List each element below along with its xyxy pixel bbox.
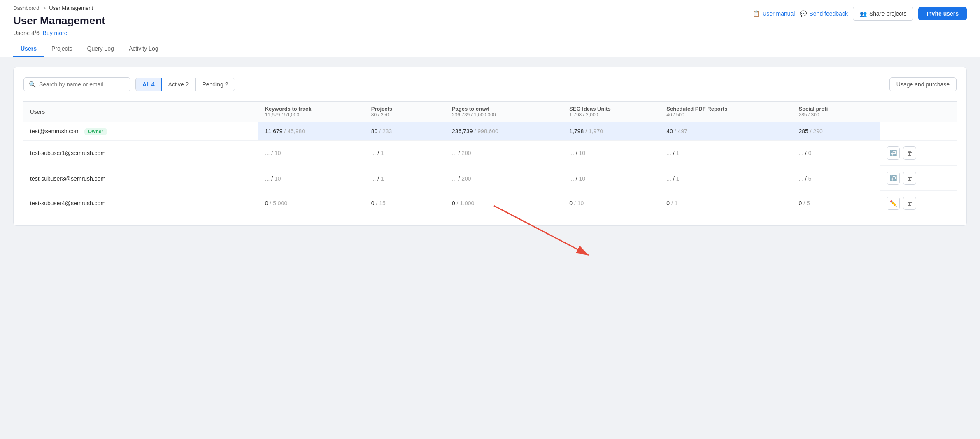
search-icon: 🔍 [29,81,36,88]
projects-cell: ... / 1 [365,166,445,191]
email-cell: test-subuser1@semrush.com [23,141,258,166]
search-box: 🔍 [23,77,130,91]
seo-cell: ... / 10 [563,166,660,191]
seo-cell: 0 / 10 [563,191,660,216]
projects-cell: 80 / 233 [365,122,445,141]
top-bar: Dashboard > User Management User Managem… [0,0,980,57]
owner-badge: Owner [84,128,107,135]
email-cell: test@semrush.comOwner [23,122,258,141]
users-card: 🔍 All 4 Active 2 Pending 2 Usage and pur… [13,67,967,226]
resend-button[interactable]: ↩️ [887,172,900,185]
col-header-keywords: Keywords to track 11,679 / 51,000 [258,102,365,122]
actions-cell: ↩️ 🗑 [880,141,957,166]
col-header-pages: Pages to crawl 236,739 / 1,000,000 [445,102,563,122]
tab-query-log[interactable]: Query Log [80,41,121,57]
filter-pending-button[interactable]: Pending 2 [196,78,235,91]
delete-button[interactable]: 🗑 [903,197,916,210]
col-header-users: Users [23,102,258,122]
resend-button[interactable]: ↩️ [887,146,900,160]
col-header-actions [880,102,957,122]
table-header-row: Users Keywords to track 11,679 / 51,000 … [23,102,957,122]
pages-cell: ... / 200 [445,141,563,166]
col-header-seo: SEO Ideas Units 1,798 / 2,000 [563,102,660,122]
email-cell: test-subuser3@semrush.com [23,166,258,191]
actions-cell [880,122,957,141]
pages-cell: 236,739 / 998,600 [445,122,563,141]
delete-button[interactable]: 🗑 [903,146,916,160]
breadcrumb-root[interactable]: Dashboard [13,5,40,11]
social-cell: ... / 5 [792,166,880,191]
keywords-cell: ... / 10 [258,141,365,166]
usage-and-purchase-button[interactable]: Usage and purchase [889,77,957,91]
tab-projects[interactable]: Projects [44,41,80,57]
tab-users[interactable]: Users [13,41,44,57]
seo-cell: ... / 10 [563,141,660,166]
users-table: Users Keywords to track 11,679 / 51,000 … [23,101,957,216]
filter-all-button[interactable]: All 4 [136,78,162,91]
delete-button[interactable]: 🗑 [903,172,916,185]
email-cell: test-subuser4@semrush.com [23,191,258,216]
table-row: test-subuser4@semrush.com0 / 5,0000 / 15… [23,191,957,216]
social-cell: 0 / 5 [792,191,880,216]
social-cell: ... / 0 [792,141,880,166]
user-manual-link[interactable]: 📋 User manual [753,10,795,17]
pdf-cell: 40 / 497 [660,122,792,141]
col-header-projects: Projects 80 / 250 [365,102,445,122]
header-left: Dashboard > User Management User Managem… [13,5,105,36]
share-projects-button[interactable]: 👥 Share projects [853,7,913,21]
keywords-cell: 11,679 / 45,980 [258,122,365,141]
book-icon: 📋 [753,10,760,17]
table-row: test-subuser1@semrush.com... / 10... / 1… [23,141,957,166]
share-icon: 👥 [860,10,867,17]
table-row: test-subuser3@semrush.com... / 10... / 1… [23,166,957,191]
main-content: 🔍 All 4 Active 2 Pending 2 Usage and pur… [0,57,980,236]
actions-cell: ✏️ 🗑 [880,191,957,216]
keywords-cell: 0 / 5,000 [258,191,365,216]
send-feedback-link[interactable]: 💬 Send feedback [800,10,847,17]
page-title: User Management [13,14,105,27]
pdf-cell: ... / 1 [660,141,792,166]
page: Dashboard > User Management User Managem… [0,0,980,439]
header-actions: 📋 User manual 💬 Send feedback 👥 Share pr… [753,7,967,21]
feedback-icon: 💬 [800,10,807,17]
filters-left: 🔍 All 4 Active 2 Pending 2 [23,77,235,91]
tab-activity-log[interactable]: Activity Log [121,41,166,57]
search-input[interactable] [39,81,121,88]
filter-group: All 4 Active 2 Pending 2 [135,78,235,91]
edit-button[interactable]: ✏️ [887,197,900,210]
pdf-cell: ... / 1 [660,166,792,191]
tabs: Users Projects Query Log Activity Log [13,41,967,57]
pages-cell: ... / 200 [445,166,563,191]
breadcrumb: Dashboard > User Management [13,5,105,11]
col-header-social: Social profi 285 / 300 [792,102,880,122]
pdf-cell: 0 / 1 [660,191,792,216]
col-header-pdf: Scheduled PDF Reports 40 / 500 [660,102,792,122]
filter-active-button[interactable]: Active 2 [162,78,196,91]
actions-cell: ↩️ 🗑 [880,166,957,191]
projects-cell: 0 / 15 [365,191,445,216]
invite-users-button[interactable]: Invite users [918,7,967,20]
table-row: test@semrush.comOwner11,679 / 45,98080 /… [23,122,957,141]
buy-more-link[interactable]: Buy more [43,30,68,36]
keywords-cell: ... / 10 [258,166,365,191]
breadcrumb-separator: > [43,5,46,11]
pages-cell: 0 / 1,000 [445,191,563,216]
seo-cell: 1,798 / 1,970 [563,122,660,141]
social-cell: 285 / 290 [792,122,880,141]
projects-cell: ... / 1 [365,141,445,166]
users-count: Users: 4/6 Buy more [13,30,105,36]
filters-row: 🔍 All 4 Active 2 Pending 2 Usage and pur… [23,77,957,91]
breadcrumb-current: User Management [49,5,93,11]
